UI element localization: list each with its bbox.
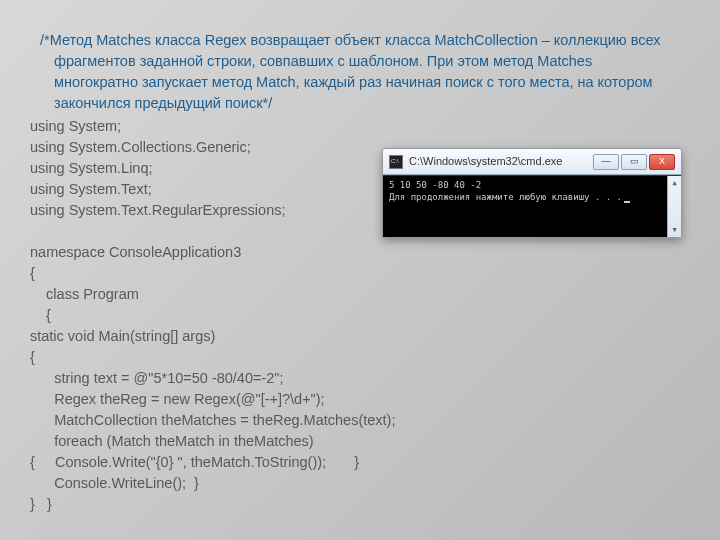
code-line: static void Main(string[] args) [30, 326, 680, 347]
code-line: string text = @"5*10=50 -80/40=-2"; [30, 368, 680, 389]
code-line: using System; [30, 116, 680, 137]
code-line: class Program [30, 284, 680, 305]
minimize-button[interactable]: — [593, 154, 619, 170]
window-title: C:\Windows\system32\cmd.exe [409, 154, 593, 170]
code-line: foreach (Match theMatch in theMatches) [30, 431, 680, 452]
code-line: Console.WriteLine(); } [30, 473, 680, 494]
title-bar[interactable]: C:\Windows\system32\cmd.exe — ▭ X [383, 149, 681, 175]
output-line: 5 10 50 -80 40 -2 [389, 180, 675, 192]
scroll-up-icon[interactable]: ▲ [668, 176, 681, 190]
code-line: MatchCollection theMatches = theReg.Matc… [30, 410, 680, 431]
cursor-icon [624, 201, 630, 203]
code-line: { [30, 305, 680, 326]
code-line: { Console.Write("{0} ", theMatch.ToStrin… [30, 452, 680, 473]
console-window: C:\Windows\system32\cmd.exe — ▭ X 5 10 5… [382, 148, 682, 238]
maximize-button[interactable]: ▭ [621, 154, 647, 170]
scroll-down-icon[interactable]: ▼ [668, 223, 681, 237]
close-button[interactable]: X [649, 154, 675, 170]
window-controls: — ▭ X [593, 154, 675, 170]
scrollbar[interactable]: ▲ ▼ [667, 176, 681, 237]
output-line: Для продолжения нажмите любую клавишу . … [389, 192, 675, 204]
console-output: 5 10 50 -80 40 -2 Для продолжения нажмит… [383, 175, 681, 237]
code-line: namespace ConsoleApplication3 [30, 242, 680, 263]
prompt-text: Для продолжения нажмите любую клавишу . … [389, 192, 622, 202]
code-line: { [30, 263, 680, 284]
code-line: { [30, 347, 680, 368]
code-line: } } [30, 494, 680, 515]
comment-block: /*Метод Matches класса Regex возвращает … [40, 30, 680, 114]
cmd-icon [389, 155, 403, 169]
code-line: Regex theReg = new Regex(@"[-+]?\d+"); [30, 389, 680, 410]
